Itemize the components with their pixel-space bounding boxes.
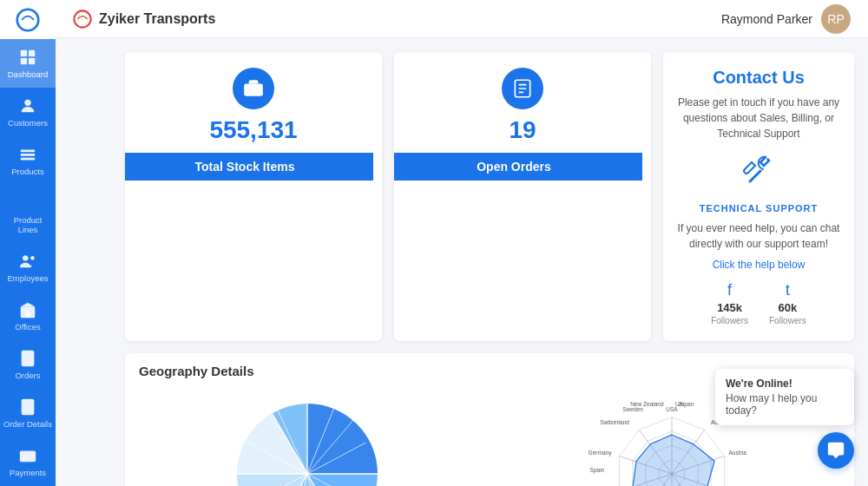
topbar: Zyiker Transports Raymond Parker RP <box>56 0 868 38</box>
twitter-label: Followers <box>769 316 806 325</box>
facebook-item: f 145k Followers <box>711 281 748 325</box>
sidebar-item-dashboard-label: Dashboard <box>8 69 48 79</box>
sidebar-item-offices-label: Offices <box>15 322 40 332</box>
sidebar-item-offices[interactable]: Offices <box>0 292 56 340</box>
stats-row: 555,131 Total Stock Items 19 Open Orders… <box>125 52 854 341</box>
sidebar-item-products-label: Products <box>11 167 44 176</box>
stock-label: Total Stock Items <box>125 153 373 181</box>
facebook-icon: f <box>727 281 732 299</box>
twitter-icon: t <box>786 281 790 299</box>
sidebar-item-customers-label: Customers <box>8 118 48 128</box>
svg-point-14 <box>25 404 26 405</box>
svg-text:Switzerland: Switzerland <box>600 419 629 425</box>
twitter-count: 60k <box>779 301 798 314</box>
sidebar-logo <box>0 0 56 39</box>
svg-rect-13 <box>22 399 35 415</box>
sidebar-item-payments[interactable]: Payments <box>0 437 56 486</box>
svg-text:Japan: Japan <box>678 401 694 408</box>
svg-point-9 <box>23 255 28 260</box>
svg-rect-6 <box>21 150 36 153</box>
sidebar-item-product-lines[interactable]: Product Lines <box>0 185 56 243</box>
orders-label: Open Orders <box>394 153 642 181</box>
sidebar-item-order-details[interactable]: Order Details <box>0 389 56 437</box>
facebook-label: Followers <box>711 316 748 325</box>
stock-value: 555,131 <box>209 116 297 144</box>
sidebar-item-orders-label: Orders <box>15 371 40 380</box>
svg-rect-12 <box>22 351 35 366</box>
svg-text:Spain: Spain <box>590 467 605 474</box>
svg-rect-17 <box>23 457 26 459</box>
svg-text:New Zealand: New Zealand <box>630 401 664 407</box>
tools-icon <box>741 152 776 193</box>
svg-text:Germany: Germany <box>589 450 613 456</box>
svg-rect-3 <box>21 58 27 64</box>
sidebar-item-payments-label: Payments <box>10 468 46 477</box>
brand: Zyiker Transports <box>73 10 215 29</box>
orders-card: 19 Open Orders <box>394 52 651 341</box>
twitter-item: t 60k Followers <box>769 281 806 325</box>
sidebar-item-orders[interactable]: Orders <box>0 340 56 389</box>
avatar: RP <box>821 4 851 34</box>
facebook-count: 145k <box>717 301 742 314</box>
contact-card: Contact Us Please get in touch if you ha… <box>663 52 854 341</box>
chat-button[interactable] <box>818 432 854 469</box>
svg-point-10 <box>30 256 35 260</box>
svg-text:Austria: Austria <box>728 450 746 456</box>
sidebar: Dashboard Customers Products Product Lin… <box>0 0 56 486</box>
svg-rect-16 <box>20 451 36 463</box>
sidebar-item-dashboard[interactable]: Dashboard <box>0 39 56 88</box>
orders-icon <box>502 68 543 109</box>
svg-point-15 <box>25 407 26 408</box>
chat-bubble-message: How may I help you today? <box>726 392 844 417</box>
contact-title: Contact Us <box>713 68 805 88</box>
svg-rect-7 <box>21 154 36 156</box>
user-info: Raymond Parker RP <box>721 4 851 34</box>
help-link[interactable]: Click the help below <box>713 259 806 271</box>
sidebar-item-employees-label: Employees <box>8 273 49 283</box>
brand-name: Zyiker Transports <box>99 11 215 27</box>
sidebar-item-employees[interactable]: Employees <box>0 243 56 292</box>
sidebar-item-customers[interactable]: Customers <box>0 88 56 136</box>
sidebar-item-products[interactable]: Products <box>0 136 56 185</box>
svg-rect-4 <box>29 58 35 64</box>
svg-marker-51 <box>633 435 714 486</box>
sidebar-item-order-details-label: Order Details <box>3 419 52 429</box>
svg-rect-2 <box>29 50 35 56</box>
support-label: TECHNICAL SUPPORT <box>700 203 819 213</box>
support-desc: If you ever need help, you can chat dire… <box>677 220 840 252</box>
chat-bubble: We're Online! How may I help you today? <box>715 369 854 425</box>
sidebar-item-product-lines-label: Product Lines <box>3 215 52 234</box>
chat-bubble-title: We're Online! <box>726 378 844 390</box>
svg-rect-1 <box>21 50 27 56</box>
stock-icon <box>233 68 274 109</box>
stock-card: 555,131 Total Stock Items <box>125 52 382 341</box>
svg-point-18 <box>74 10 90 27</box>
social-row: f 145k Followers t 60k Followers <box>711 281 806 325</box>
svg-point-5 <box>24 100 30 106</box>
svg-rect-8 <box>21 158 36 161</box>
contact-desc: Please get in touch if you have any ques… <box>677 95 840 141</box>
pie-chart <box>125 387 490 486</box>
user-name: Raymond Parker <box>721 12 812 26</box>
orders-value: 19 <box>509 116 536 144</box>
svg-point-0 <box>17 9 39 30</box>
